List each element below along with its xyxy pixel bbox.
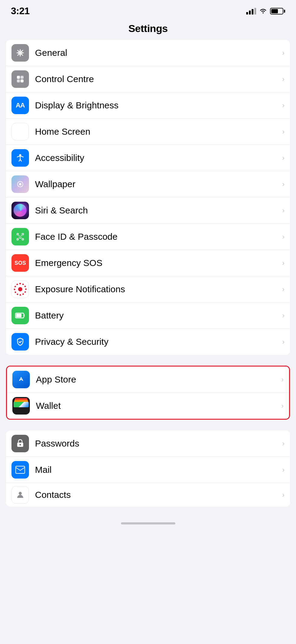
svg-rect-2 [17, 76, 20, 79]
settings-item-home-screen[interactable]: Home Screen › [6, 119, 290, 145]
settings-item-wallpaper[interactable]: Wallpaper › [6, 171, 290, 197]
svg-rect-10 [22, 233, 24, 235]
mail-chevron: › [282, 466, 285, 474]
settings-item-battery[interactable]: Battery › [6, 303, 290, 329]
svg-rect-16 [16, 314, 21, 317]
svg-rect-3 [21, 76, 24, 79]
privacy-security-label: Privacy & Security [35, 337, 279, 347]
settings-group-apps2: Passwords › Mail › Contacts › [6, 431, 290, 507]
home-indicator [0, 517, 296, 527]
passwords-icon [11, 435, 29, 452]
exposure-notifications-chevron: › [282, 285, 285, 293]
siri-search-label: Siri & Search [35, 205, 279, 216]
svg-point-0 [19, 52, 21, 54]
home-screen-chevron: › [282, 127, 285, 136]
display-brightness-icon: AA [11, 97, 29, 114]
svg-point-20 [19, 492, 22, 495]
contacts-icon [11, 486, 29, 504]
privacy-security-icon [11, 333, 29, 351]
svg-point-18 [20, 444, 21, 446]
home-screen-icon [11, 123, 29, 140]
svg-rect-19 [16, 466, 25, 473]
display-brightness-chevron: › [282, 101, 285, 110]
app-store-label: App Store [36, 374, 278, 385]
settings-item-mail[interactable]: Mail › [6, 457, 290, 483]
face-id-label: Face ID & Passcode [35, 232, 279, 242]
home-screen-label: Home Screen [35, 127, 279, 137]
app-store-chevron: › [281, 375, 284, 384]
status-time: 3:21 [11, 5, 30, 17]
control-centre-icon [11, 70, 29, 88]
exposure-notifications-label: Exposure Notifications [35, 284, 279, 294]
accessibility-label: Accessibility [35, 153, 279, 163]
contacts-chevron: › [282, 491, 285, 499]
display-brightness-label: Display & Brightness [35, 100, 279, 111]
battery-icon [270, 8, 285, 14]
emergency-sos-chevron: › [282, 259, 285, 267]
svg-rect-9 [17, 233, 18, 235]
accessibility-icon [11, 149, 29, 167]
settings-item-display-brightness[interactable]: AA Display & Brightness › [6, 92, 290, 119]
settings-item-passwords[interactable]: Passwords › [6, 431, 290, 457]
wallet-chevron: › [281, 402, 284, 410]
battery-label: Battery [35, 310, 279, 321]
accessibility-chevron: › [282, 154, 285, 162]
settings-item-wallet[interactable]: Wallet › [7, 393, 289, 419]
passwords-label: Passwords [35, 438, 279, 449]
battery-settings-icon [11, 307, 29, 324]
settings-item-siri-search[interactable]: Siri & Search › [6, 197, 290, 224]
svg-point-13 [19, 235, 20, 236]
settings-item-app-store[interactable]: App Store › [7, 367, 289, 393]
wallet-icon [12, 397, 30, 415]
svg-rect-11 [17, 239, 18, 240]
passwords-chevron: › [282, 439, 285, 448]
contacts-label: Contacts [35, 490, 279, 500]
emergency-sos-icon: SOS [11, 254, 29, 272]
svg-point-8 [19, 183, 21, 185]
control-centre-chevron: › [282, 75, 285, 83]
settings-item-control-centre[interactable]: Control Centre › [6, 66, 290, 92]
settings-item-accessibility[interactable]: Accessibility › [6, 145, 290, 171]
settings-item-privacy-security[interactable]: Privacy & Security › [6, 329, 290, 355]
svg-rect-12 [22, 239, 24, 240]
app-store-icon [12, 371, 30, 388]
svg-rect-5 [21, 79, 24, 82]
svg-rect-4 [17, 79, 20, 82]
signal-bars-icon [246, 8, 256, 14]
emergency-sos-label: Emergency SOS [35, 258, 279, 268]
settings-item-contacts[interactable]: Contacts › [6, 483, 290, 507]
face-id-icon [11, 228, 29, 245]
wallet-label: Wallet [36, 401, 278, 411]
general-label: General [35, 48, 279, 58]
mail-label: Mail [35, 465, 279, 475]
siri-icon [11, 202, 29, 219]
siri-search-chevron: › [282, 206, 285, 215]
wallpaper-chevron: › [282, 180, 285, 188]
general-icon [11, 44, 29, 62]
svg-point-14 [21, 235, 22, 236]
wifi-icon [259, 7, 267, 15]
settings-item-emergency-sos[interactable]: SOS Emergency SOS › [6, 250, 290, 276]
wallpaper-label: Wallpaper [35, 179, 279, 189]
battery-chevron: › [282, 311, 285, 320]
status-bar: 3:21 [0, 0, 296, 20]
general-chevron: › [282, 49, 285, 57]
page-title-bar: Settings [0, 20, 296, 40]
exposure-notifications-icon [11, 280, 29, 298]
mail-icon [11, 461, 29, 479]
privacy-security-chevron: › [282, 338, 285, 346]
face-id-chevron: › [282, 232, 285, 241]
wallpaper-icon [11, 175, 29, 193]
settings-group-system: General › Control Centre › AA Display & … [6, 40, 290, 355]
settings-group-apps1: App Store › Wallet › [6, 366, 290, 420]
control-centre-label: Control Centre [35, 74, 279, 84]
home-bar [121, 522, 175, 524]
settings-item-exposure-notifications[interactable]: Exposure Notifications › [6, 276, 290, 303]
status-icons [246, 7, 285, 15]
settings-item-general[interactable]: General › [6, 40, 290, 66]
settings-item-face-id-passcode[interactable]: Face ID & Passcode › [6, 224, 290, 250]
page-title: Settings [0, 23, 296, 34]
